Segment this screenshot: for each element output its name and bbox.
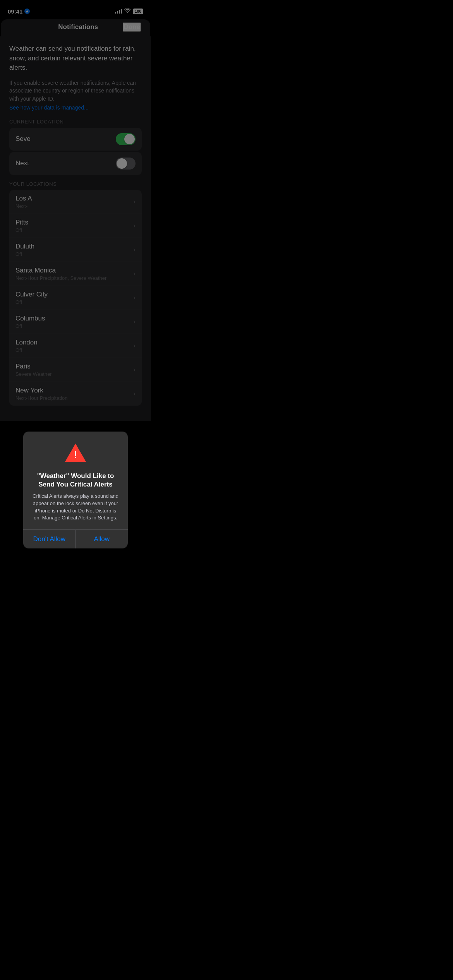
alert-overlay: ! "Weather" Would Like to Send You Criti… [0, 0, 151, 421]
